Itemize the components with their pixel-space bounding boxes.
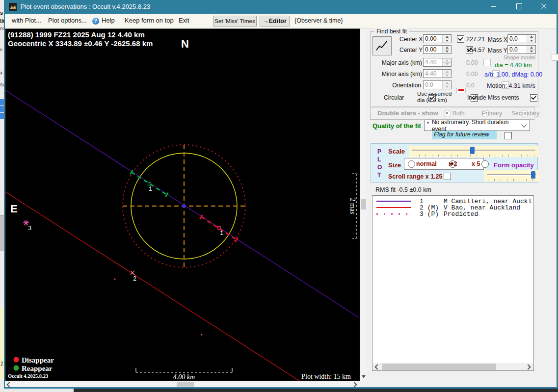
horizontal-scrollbar-thumb[interactable] [177, 382, 194, 387]
close-button[interactable] [532, 0, 555, 13]
plot-version-label: Occult 4.2025.8.23 [8, 373, 48, 379]
menu-exit[interactable]: Exit [179, 14, 189, 27]
both-radio [444, 110, 451, 117]
center-x-spin-buttons[interactable] [442, 35, 451, 43]
menu-keep-form-on-top[interactable]: Keep form on top [125, 14, 174, 27]
set-miss-times-button[interactable]: Set 'Miss' Times [213, 16, 257, 26]
center-y-label: Center Y [399, 47, 421, 53]
find-best-fit-button[interactable] [372, 36, 392, 55]
form-opacity-slider[interactable] [484, 170, 539, 182]
shape-model-label: Shape model [504, 54, 535, 60]
plot-title-line1: (91288) 1999 FZ21 2025 Aug 12 4.40 km [8, 30, 145, 39]
observer-list[interactable]: 1 M Camilleri, near Auckl 2 (M) V Bao, n… [372, 195, 534, 371]
size-normal-radio[interactable] [408, 160, 415, 168]
observer-row[interactable]: 2 (M) V Bao, near Auckland [372, 204, 533, 210]
plot-canvas[interactable]: 1 1 2 3 [5, 29, 360, 381]
scale-slider-ticks [413, 155, 534, 157]
mass-x-spin-buttons[interactable] [527, 35, 535, 43]
flag-review-checkbox[interactable] [505, 132, 512, 139]
minor-opt-label: 0.00 [466, 71, 478, 78]
list-scroll-right-arrow[interactable] [525, 364, 531, 369]
minimize-button[interactable] [482, 0, 505, 13]
size-x5-radio[interactable] [481, 160, 489, 168]
north-label: N [181, 38, 189, 50]
scroll-down-arrow[interactable] [362, 375, 366, 378]
mass-x-spinner[interactable]: 0.0 [507, 34, 536, 43]
ab-dmag-label: a/b: 1.00, dMag: 0.00 [484, 71, 542, 78]
chord1-swatch [376, 201, 411, 202]
fit-227-checkbox[interactable] [457, 35, 464, 43]
observer-row[interactable]: 3 (P) Predicted [372, 210, 533, 217]
use-assumed-line2: dia (4.4 km) [417, 97, 447, 103]
form-opacity-track[interactable] [487, 174, 536, 176]
menu-with-plot[interactable]: with Plot... [12, 14, 41, 27]
size-label: Size [388, 161, 401, 169]
scroll-range-label: Scroll range x 1.25 [388, 173, 442, 180]
minor-axis-value: 4.40 [424, 70, 442, 78]
editor-button[interactable]: →Editor [260, 16, 290, 26]
form-opacity-ticks [488, 179, 535, 181]
bg-yellow-rows [0, 308, 4, 379]
major-axis-value: 4.40 [424, 58, 442, 66]
list-scroll-left-arrow[interactable] [374, 364, 380, 369]
center-x-value[interactable]: 0.00 [424, 35, 442, 43]
quality-dropdown[interactable]: * No astrometry. Short duration event [424, 120, 530, 131]
app-icon [9, 3, 17, 11]
plot-title-line2: Geocentric X 3343.89 ±0.46 Y -2625.68 km [8, 39, 153, 48]
major-opt-label: 0.00 [466, 59, 478, 66]
bg-fragment: 4 [0, 71, 2, 76]
dropdown-chevron-icon[interactable] [521, 122, 527, 127]
predicted-dot [201, 334, 202, 335]
title-bar[interactable]: Plot event observations : Occult v.4.202… [5, 0, 557, 14]
mass-y-value[interactable]: 0.0 [508, 46, 527, 53]
minimize-icon [491, 6, 496, 7]
chord1-disappear-label: 1 [220, 230, 223, 237]
shape-model-checkbox[interactable] [552, 54, 558, 61]
mass-y-spinner[interactable]: 0.0 [507, 45, 536, 54]
center-y-spin-buttons[interactable] [442, 46, 451, 53]
scroll-left-arrow[interactable] [6, 382, 12, 387]
vertical-scrollbar-thumb[interactable] [361, 199, 366, 209]
maximize-button[interactable] [508, 0, 531, 13]
flag-review-highlight: Flag for future review [432, 131, 497, 139]
form-opacity-thumb[interactable] [531, 171, 535, 179]
center-x-label: Center X [399, 36, 421, 43]
star-marker-label: 3 [28, 225, 31, 232]
quality-prefix: * [427, 121, 429, 127]
plot-vertical-scrollbar[interactable] [360, 28, 367, 381]
scale-slider-thumb[interactable] [470, 147, 475, 154]
plot-horizontal-scrollbar[interactable] [5, 381, 360, 387]
reappear-legend-dot [14, 366, 19, 371]
center-y-spinner[interactable]: 0.00 [423, 45, 452, 54]
scroll-right-arrow[interactable] [351, 382, 357, 387]
bottom-background-light [0, 389, 74, 392]
flag-review-label: Flag for future review [434, 131, 489, 138]
mass-x-value[interactable]: 0.0 [508, 35, 527, 43]
menu-help[interactable]: Help [102, 14, 115, 27]
center-x-spinner[interactable]: 0.00 [423, 34, 452, 43]
red-line-indicator [456, 88, 466, 93]
quality-value: No astrometry. Short duration event [432, 119, 522, 132]
size-x5-label: x 5 [472, 160, 480, 167]
observer-list-scrollbar[interactable] [372, 363, 533, 370]
bg-scrollbar-chunk [0, 215, 4, 251]
mass-y-label: Mass Y [488, 47, 507, 54]
help-icon: ? [92, 18, 99, 25]
include-miss-checkbox[interactable] [530, 94, 537, 102]
bg-fragment: s [0, 10, 3, 16]
maximize-icon [516, 3, 522, 9]
double-stars-title: Double stars - show [377, 109, 438, 117]
observer-row[interactable]: 1 M Camilleri, near Auckl [372, 198, 533, 204]
menu-plot-options[interactable]: Plot options... [48, 14, 87, 27]
observer-id: 3 (P) [420, 210, 439, 218]
plot-letter-t: T [377, 172, 381, 179]
orientation-value: 0.0 [424, 81, 442, 89]
scroll-range-checkbox[interactable] [444, 173, 451, 180]
predicted-swatch [376, 213, 411, 215]
screen: s lit nc n 4 Si 2 Plot event observation… [0, 0, 558, 392]
scale-slider[interactable] [409, 146, 538, 157]
plot-controls-panel: P L O T Scale Size normal x 2 x 5 Form o… [371, 143, 538, 183]
center-y-value[interactable]: 0.00 [424, 46, 442, 53]
list-scrollbar-thumb[interactable] [382, 364, 496, 370]
mass-y-spin-buttons[interactable] [527, 46, 535, 53]
